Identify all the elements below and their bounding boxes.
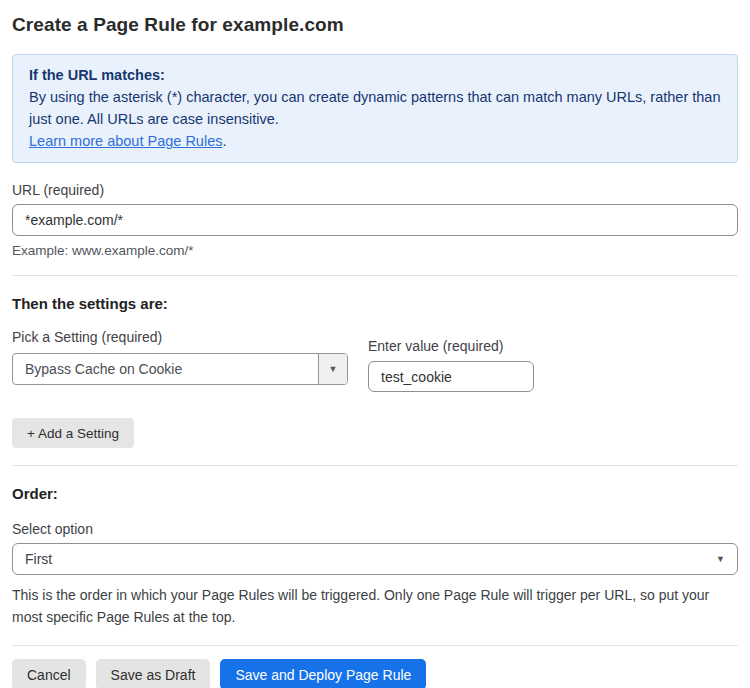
save-as-draft-button[interactable]: Save as Draft (96, 659, 211, 688)
order-description: This is the order in which your Page Rul… (12, 584, 738, 628)
setting-value-column: Enter value (required) (368, 329, 534, 392)
setting-select-column: Pick a Setting (required) Bypass Cache o… (12, 329, 348, 392)
url-helper-text: Example: www.example.com/* (12, 243, 738, 258)
settings-heading: Then the settings are: (12, 295, 738, 312)
callout-link-line: Learn more about Page Rules. (29, 130, 721, 152)
divider-order (12, 465, 738, 466)
setting-select-label: Pick a Setting (required) (12, 329, 348, 345)
url-matches-callout: If the URL matches: By using the asteris… (12, 54, 738, 163)
add-setting-button[interactable]: + Add a Setting (12, 418, 134, 448)
setting-select[interactable]: Bypass Cache on Cookie ▼ (12, 353, 348, 385)
order-select-label: Select option (12, 521, 738, 537)
save-and-deploy-button[interactable]: Save and Deploy Page Rule (220, 659, 426, 688)
settings-row: Pick a Setting (required) Bypass Cache o… (12, 329, 738, 392)
setting-value-input[interactable] (368, 361, 534, 392)
callout-body-text: By using the asterisk (*) character, you… (29, 89, 721, 127)
order-heading: Order: (12, 485, 738, 502)
cancel-button[interactable]: Cancel (12, 659, 86, 688)
callout-body: By using the asterisk (*) character, you… (29, 86, 721, 130)
url-field-label: URL (required) (12, 182, 738, 198)
value-field-label: Enter value (required) (368, 338, 534, 354)
page-title: Create a Page Rule for example.com (12, 14, 738, 36)
order-select-value: First (25, 551, 716, 567)
url-input[interactable] (12, 204, 738, 236)
divider-actions (12, 645, 738, 646)
order-select[interactable]: First ▼ (12, 543, 738, 575)
setting-select-value: Bypass Cache on Cookie (13, 354, 318, 384)
divider-settings (12, 275, 738, 276)
form-actions: Cancel Save as Draft Save and Deploy Pag… (12, 659, 738, 688)
create-page-rule-form: Create a Page Rule for example.com If th… (0, 14, 750, 688)
callout-heading: If the URL matches: (29, 64, 721, 86)
caret-down-icon: ▼ (716, 555, 725, 564)
learn-more-link[interactable]: Learn more about Page Rules (29, 133, 222, 149)
setting-select-arrow-button[interactable]: ▼ (318, 354, 347, 384)
link-suffix: . (222, 133, 226, 149)
caret-down-icon: ▼ (329, 365, 338, 374)
